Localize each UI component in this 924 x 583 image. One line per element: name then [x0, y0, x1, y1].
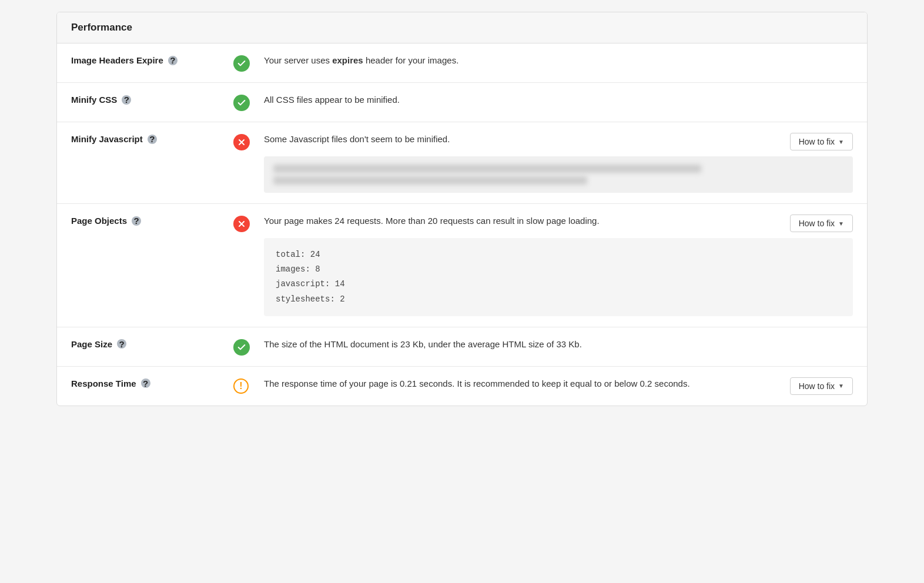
row-description: Your page makes 24 requests. More than 2…: [264, 215, 600, 228]
performance-panel: Performance Image Headers Expire?Your se…: [56, 12, 868, 406]
status-icon-minify-css: [233, 93, 255, 111]
row-response-time: Response Time?!The response time of your…: [57, 367, 867, 406]
chevron-down-icon: ▼: [838, 383, 844, 389]
row-description: The size of the HTML document is 23 Kb, …: [264, 338, 582, 351]
code-detail: total: 24images: 8javascript: 14styleshe…: [264, 238, 853, 316]
how-to-fix-button-page-objects[interactable]: How to fix▼: [790, 215, 853, 232]
content-minify-javascript: Some Javascript files don't seem to be m…: [264, 133, 853, 193]
row-description: Some Javascript files don't seem to be m…: [264, 133, 450, 146]
how-to-fix-button-minify-javascript[interactable]: How to fix▼: [790, 133, 853, 150]
row-label-text: Response Time: [71, 378, 136, 388]
help-icon[interactable]: ?: [122, 95, 131, 105]
status-icon-page-size: [233, 338, 255, 356]
row-description: Your server uses expires header for your…: [264, 54, 458, 68]
row-label-text: Image Headers Expire: [71, 55, 163, 65]
chevron-down-icon: ▼: [838, 139, 844, 145]
how-to-fix-button-response-time[interactable]: How to fix▼: [790, 377, 853, 395]
help-icon[interactable]: ?: [168, 56, 178, 65]
content-page-size: The size of the HTML document is 23 Kb, …: [264, 338, 853, 351]
help-icon[interactable]: ?: [117, 339, 126, 349]
status-icon-response-time: !: [233, 377, 255, 394]
warning-icon: !: [233, 378, 249, 394]
how-to-fix-label: How to fix: [799, 219, 835, 228]
label-image-headers-expire: Image Headers Expire?: [71, 54, 224, 65]
row-page-size: Page Size?The size of the HTML document …: [57, 327, 867, 367]
panel-header: Performance: [57, 12, 867, 43]
help-icon[interactable]: ?: [132, 216, 141, 226]
content-page-objects: Your page makes 24 requests. More than 2…: [264, 215, 853, 316]
code-line-1: images: 8: [276, 262, 841, 277]
label-minify-css: Minify CSS?: [71, 93, 224, 105]
content-image-headers-expire: Your server uses expires header for your…: [264, 54, 853, 68]
label-page-objects: Page Objects?: [71, 215, 224, 226]
row-image-headers-expire: Image Headers Expire?Your server uses ex…: [57, 43, 867, 83]
row-description: All CSS files appear to be minified.: [264, 93, 400, 107]
row-main: Your server uses expires header for your…: [264, 54, 853, 68]
help-icon[interactable]: ?: [141, 378, 150, 388]
check-icon: [233, 55, 250, 72]
check-icon: [233, 95, 250, 111]
row-main: All CSS files appear to be minified.: [264, 93, 853, 107]
code-line-0: total: 24: [276, 247, 841, 262]
row-main: The response time of your page is 0.21 s…: [264, 377, 853, 395]
label-page-size: Page Size?: [71, 338, 224, 349]
row-main: Your page makes 24 requests. More than 2…: [264, 215, 853, 232]
label-minify-javascript: Minify Javascript?: [71, 133, 224, 144]
blurred-detail: [264, 156, 853, 193]
how-to-fix-label: How to fix: [799, 137, 835, 146]
blur-line-1: [273, 165, 701, 173]
row-label-text: Minify Javascript: [71, 134, 143, 144]
code-line-2: javascript: 14: [276, 277, 841, 292]
row-main: The size of the HTML document is 23 Kb, …: [264, 338, 853, 351]
status-icon-image-headers-expire: [233, 54, 255, 72]
check-icon: [233, 339, 250, 356]
blur-line-2: [273, 176, 587, 185]
help-icon[interactable]: ?: [148, 135, 157, 144]
row-minify-javascript: Minify Javascript?Some Javascript files …: [57, 122, 867, 204]
content-response-time: The response time of your page is 0.21 s…: [264, 377, 853, 395]
how-to-fix-label: How to fix: [799, 381, 835, 391]
rows-container: Image Headers Expire?Your server uses ex…: [57, 43, 867, 406]
row-label-text: Page Size: [71, 339, 112, 349]
row-label-text: Minify CSS: [71, 95, 117, 105]
row-description: The response time of your page is 0.21 s…: [264, 377, 690, 391]
error-icon: [233, 216, 250, 232]
status-icon-page-objects: [233, 215, 255, 232]
code-line-3: stylesheets: 2: [276, 292, 841, 307]
label-response-time: Response Time?: [71, 377, 224, 388]
row-page-objects: Page Objects?Your page makes 24 requests…: [57, 204, 867, 327]
row-minify-css: Minify CSS?All CSS files appear to be mi…: [57, 83, 867, 122]
row-main: Some Javascript files don't seem to be m…: [264, 133, 853, 150]
panel-title: Performance: [71, 22, 853, 33]
chevron-down-icon: ▼: [838, 220, 844, 227]
status-icon-minify-javascript: [233, 133, 255, 150]
row-label-text: Page Objects: [71, 216, 127, 226]
error-icon: [233, 134, 250, 150]
content-minify-css: All CSS files appear to be minified.: [264, 93, 853, 107]
